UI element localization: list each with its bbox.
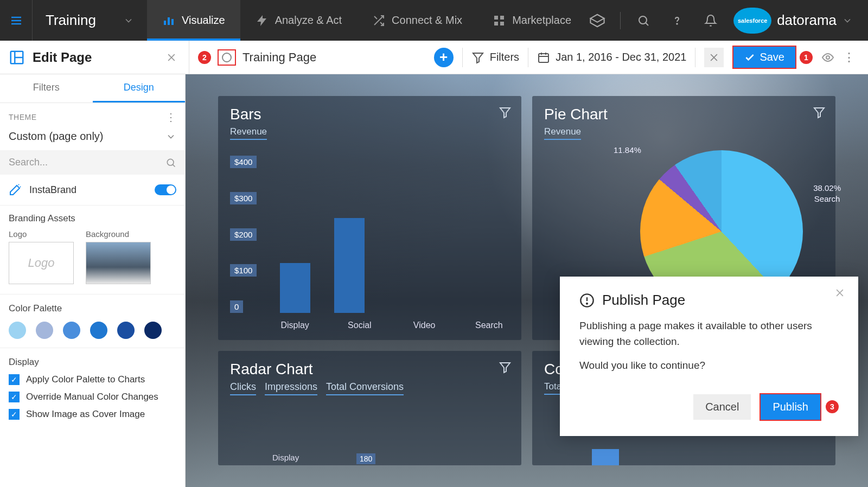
publish-status-button[interactable] [218,49,236,66]
svg-rect-11 [494,22,498,25]
y-tick: $300 [230,192,257,204]
color-swatch[interactable] [63,322,80,339]
option-override-colors[interactable]: ✓Override Manual Color Changes [9,392,176,402]
modal-close-button[interactable] [834,287,845,298]
color-swatch[interactable] [144,322,162,339]
search-button[interactable] [633,10,654,31]
color-swatch[interactable] [9,322,26,339]
search-icon [165,157,176,168]
svg-line-14 [646,23,648,25]
x-label: Video [404,321,445,330]
notifications-button[interactable] [700,10,722,31]
design-panel: Filters Design THEME ⋮ Custom (page only… [0,74,186,487]
modal-title: Publish Page [602,292,685,309]
checkbox-icon: ✓ [9,392,20,402]
calendar-icon [537,51,550,64]
background-upload-slot[interactable] [86,242,151,284]
widget-title: Bars [230,106,509,123]
widget-metric[interactable]: Revenue [544,126,581,140]
widget-metric[interactable]: Revenue [230,126,267,140]
color-swatch[interactable] [117,322,135,339]
svg-marker-32 [814,108,824,118]
pie-slice-label: 11.84% [614,145,641,156]
radar-tick: 180 [356,453,375,464]
help-button[interactable] [666,10,688,31]
workspace-name: Training [46,12,96,29]
check-icon [744,52,755,63]
color-palette-label: Color Palette [9,303,176,314]
widget-filter-button[interactable] [499,106,512,119]
svg-line-30 [173,164,175,166]
tab-marketplace[interactable]: Marketplace [477,0,586,41]
filters-button[interactable]: Filters [471,51,519,64]
radar-axis-label: Display [272,453,299,462]
tab-visualize[interactable]: Visualize [147,0,240,41]
option-apply-palette[interactable]: ✓Apply Color Palette to Charts [9,374,176,385]
color-swatch[interactable] [36,322,53,339]
tab-analyze[interactable]: Analyze & Act [240,0,357,41]
publish-page-modal: Publish Page Publishing a page makes it … [560,277,858,436]
more-options-button[interactable]: ⋮ [843,50,855,65]
x-label: Social [339,321,380,330]
svg-rect-3 [164,21,166,25]
top-nav: Training Visualize Analyze & Act Connect… [0,0,868,41]
widget-radar[interactable]: Radar Chart Clicks Impressions Total Con… [218,351,521,465]
svg-point-15 [676,23,678,24]
option-cover-image[interactable]: ✓Show Image as Cover Image [9,409,176,420]
main-menu-button[interactable] [0,0,33,41]
pie-slice-label: 38.02%Search [813,183,841,204]
logo-upload-slot[interactable]: Logo [9,242,74,284]
widget-metric[interactable]: Impressions [265,381,317,395]
svg-line-8 [374,16,377,19]
widget-bars[interactable]: Bars Revenue $400 $300 $200 $100 0 [218,96,521,340]
lightning-icon [256,14,269,27]
page-title: Edit Page [33,50,92,65]
theme-dropdown[interactable]: Custom (page only) [0,127,185,150]
svg-marker-31 [500,108,510,118]
y-tick: 0 [230,300,243,313]
modal-text: Publishing a page makes it available to … [579,318,839,349]
svg-rect-5 [171,19,174,25]
brand-text: datorama [777,12,837,29]
y-tick: $200 [230,228,257,241]
svg-point-29 [167,159,174,165]
svg-marker-33 [500,363,510,373]
panel-tab-filters[interactable]: Filters [0,74,93,102]
discard-button[interactable] [704,48,724,67]
cancel-button[interactable]: Cancel [693,394,751,420]
page-name[interactable]: Training Page [242,50,316,65]
svg-rect-12 [500,22,504,25]
add-widget-button[interactable]: + [434,48,454,67]
close-edit-button[interactable] [166,52,177,63]
checkbox-icon: ✓ [9,409,20,420]
svg-rect-22 [539,54,548,62]
widget-metric[interactable]: Total Conversions [326,381,404,395]
theme-search-input[interactable]: Search... [0,150,185,175]
display-options-label: Display [9,357,176,368]
theme-more-button[interactable]: ⋮ [165,111,177,124]
svg-marker-21 [473,53,483,63]
cube-icon[interactable] [586,10,608,31]
page-subheader: Edit Page 2 Training Page + Filters Jan … [0,41,868,74]
chevron-down-icon [123,15,134,26]
chevron-down-icon[interactable] [842,15,853,26]
checkbox-icon: ✓ [9,374,20,385]
widget-filter-button[interactable] [499,361,512,374]
svg-rect-4 [168,17,170,25]
date-range-picker[interactable]: Jan 1, 2016 - Dec 31, 2021 [537,51,686,64]
preview-button[interactable] [821,51,834,64]
save-button[interactable]: Save [732,46,796,69]
panel-tab-design[interactable]: Design [93,74,186,102]
salesforce-cloud-icon: salesforce [733,8,771,34]
color-swatch[interactable] [90,322,107,339]
widget-metric[interactable]: Clicks [230,381,256,395]
instabrand-toggle[interactable] [155,184,176,195]
widget-filter-button[interactable] [813,106,826,119]
tab-connect[interactable]: Connect & Mix [357,0,477,41]
y-tick: $100 [230,264,257,277]
instabrand-label: InstaBrand [29,184,76,196]
bar-display [280,263,310,313]
workspace-selector[interactable]: Training [33,12,147,29]
publish-button[interactable]: Publish [760,393,821,421]
bar-chart-icon [162,14,175,27]
